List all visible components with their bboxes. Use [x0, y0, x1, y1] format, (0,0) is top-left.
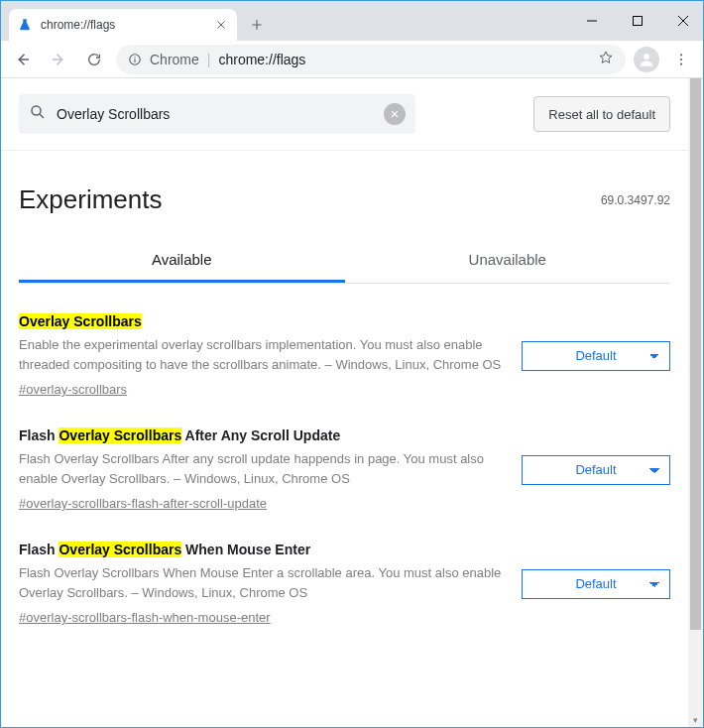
flask-icon [17, 17, 33, 33]
svg-point-5 [680, 58, 682, 60]
url-scheme-label: Chrome [150, 52, 199, 67]
flag-main: Flash Overlay Scrollbars After Any Scrol… [19, 427, 502, 512]
browser-tab[interactable]: chrome://flags [9, 9, 237, 41]
back-button[interactable] [9, 46, 37, 73]
page-title: Experiments [19, 184, 163, 215]
scrollbar-arrow-down-icon[interactable]: ▾ [688, 712, 703, 727]
url-separator: | [207, 52, 211, 67]
search-icon [29, 103, 47, 125]
browser-toolbar: Chrome | chrome://flags [1, 41, 703, 78]
flag-tabs: Available Unavailable [19, 239, 670, 284]
flag-main: Overlay ScrollbarsEnable the experimenta… [19, 313, 502, 398]
flag-main: Flash Overlay Scrollbars When Mouse Ente… [19, 542, 502, 626]
forward-button[interactable] [45, 46, 72, 73]
flag-title: Flash Overlay Scrollbars When Mouse Ente… [19, 542, 502, 557]
flag-select-wrap: DefaultEnabledDisabled [522, 341, 670, 371]
bookmark-star-icon[interactable] [598, 50, 614, 68]
window-titlebar: chrome://flags [1, 1, 703, 41]
flag-hash-link[interactable]: #overlay-scrollbars-flash-when-mouse-ent… [19, 610, 271, 625]
flag-title: Flash Overlay Scrollbars After Any Scrol… [19, 427, 502, 443]
window-controls [578, 5, 703, 37]
clear-search-icon[interactable] [384, 103, 406, 125]
site-info-icon[interactable] [128, 53, 142, 66]
svg-point-7 [32, 106, 41, 115]
svg-point-6 [680, 62, 682, 64]
flag-state-select[interactable]: DefaultEnabledDisabled [522, 455, 670, 485]
flag-item: Overlay ScrollbarsEnable the experimenta… [1, 284, 688, 398]
scrollbar-thumb[interactable] [690, 78, 701, 630]
tab-unavailable[interactable]: Unavailable [345, 239, 671, 283]
tab-available[interactable]: Available [19, 239, 345, 283]
new-tab-button[interactable] [243, 11, 271, 39]
flag-hash-link[interactable]: #overlay-scrollbars [19, 382, 127, 397]
address-bar[interactable]: Chrome | chrome://flags [116, 45, 626, 74]
profile-avatar[interactable] [634, 47, 659, 72]
search-row: Reset all to default [1, 94, 688, 151]
flag-state-select[interactable]: DefaultEnabledDisabled [522, 341, 670, 371]
reset-all-button[interactable]: Reset all to default [533, 96, 670, 132]
flags-list: Overlay ScrollbarsEnable the experimenta… [1, 284, 688, 626]
flag-select-wrap: DefaultEnabledDisabled [522, 569, 670, 599]
chrome-version: 69.0.3497.92 [601, 193, 670, 207]
flag-description: Flash Overlay Scrollbars When Mouse Ente… [19, 563, 502, 602]
flag-search-box[interactable] [19, 94, 415, 134]
svg-point-2 [134, 56, 135, 57]
svg-point-3 [644, 54, 649, 60]
svg-point-4 [680, 54, 682, 56]
close-tab-icon[interactable] [213, 17, 229, 33]
search-input[interactable] [57, 106, 374, 122]
flag-hash-link[interactable]: #overlay-scrollbars-flash-after-scroll-u… [19, 496, 267, 511]
flag-select-wrap: DefaultEnabledDisabled [522, 455, 670, 485]
close-window-button[interactable] [669, 7, 697, 35]
url-text: chrome://flags [218, 52, 305, 67]
reload-button[interactable] [80, 46, 108, 73]
flag-title: Overlay Scrollbars [19, 313, 502, 329]
maximize-button[interactable] [624, 7, 651, 35]
menu-button[interactable] [667, 46, 695, 73]
minimize-button[interactable] [578, 7, 606, 35]
page-content: Reset all to default Experiments 69.0.34… [1, 78, 688, 727]
flag-description: Enable the experimental overlay scrollba… [19, 335, 502, 374]
flag-state-select[interactable]: DefaultEnabledDisabled [522, 569, 670, 599]
tab-title: chrome://flags [41, 18, 205, 32]
page-header: Experiments 69.0.3497.92 [1, 151, 688, 239]
flag-item: Flash Overlay Scrollbars When Mouse Ente… [1, 512, 688, 626]
flag-description: Flash Overlay Scrollbars After any scrol… [19, 449, 502, 488]
vertical-scrollbar[interactable]: ▾ [688, 78, 703, 727]
svg-rect-0 [634, 17, 643, 26]
flag-item: Flash Overlay Scrollbars After Any Scrol… [1, 398, 688, 512]
